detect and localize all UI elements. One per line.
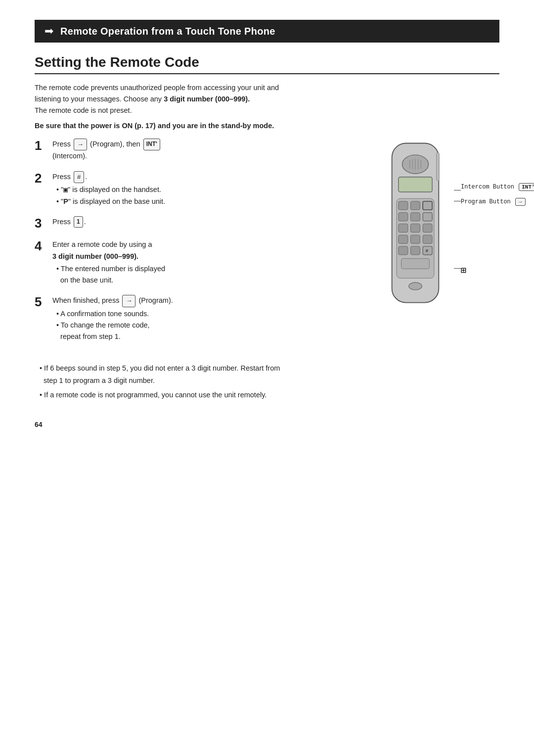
- svg-rect-9: [399, 201, 408, 210]
- intro-paragraph: The remote code prevents unauthorized pe…: [35, 82, 499, 117]
- key-1-step3: 1: [74, 216, 83, 228]
- svg-rect-12: [399, 212, 408, 221]
- step-2-number: 2: [35, 171, 52, 186]
- step-2-content: Press #. "▣" is displayed on the handset…: [52, 171, 351, 207]
- svg-rect-10: [411, 201, 420, 210]
- handset-wrapper: # Intercom Button INT': [371, 139, 480, 318]
- int-button-step1: INT': [143, 139, 160, 150]
- notes-list: If 6 beeps sound in step 5, you did not …: [35, 362, 499, 401]
- step-4-bullets: The entered number is displayed on the b…: [52, 263, 351, 286]
- svg-rect-19: [411, 235, 420, 243]
- intro-line3: The remote code is not preset.: [35, 106, 132, 114]
- step-5-content: When finished, press → (Program). A conf…: [52, 295, 351, 342]
- intercom-key: INT': [519, 183, 534, 191]
- step-1-number: 1: [35, 139, 52, 153]
- header-banner: ➡ Remote Operation from a Touch Tone Pho…: [35, 20, 499, 43]
- step-4-content: Enter a remote code by using a 3 digit n…: [52, 239, 351, 286]
- svg-rect-16: [411, 224, 420, 232]
- intro-line2: listening to your messages. Choose any: [35, 95, 164, 103]
- intercom-label: Intercom Button INT': [461, 183, 534, 191]
- step-3-content: Press 1.: [52, 216, 351, 228]
- step-5-bullet-1: A confirmation tone sounds.: [56, 308, 351, 320]
- step-2-bullets: "▣" is displayed on the handset. "P" is …: [52, 184, 351, 207]
- handset-diagram: #: [371, 139, 460, 317]
- svg-rect-13: [411, 212, 420, 221]
- program-label: Program Button →: [461, 198, 527, 206]
- svg-rect-28: [423, 201, 432, 210]
- warning-text: Be sure that the power is ON (p. 17) and…: [35, 122, 499, 130]
- step-5-bullet-2: To change the remote code, repeat from s…: [56, 320, 351, 342]
- step-3: 3 Press 1.: [35, 216, 351, 231]
- header-arrow-icon: ➡: [44, 25, 53, 38]
- program-key: →: [515, 198, 526, 206]
- step-4-number: 4: [35, 239, 52, 253]
- diagram-column: # Intercom Button INT': [361, 139, 499, 352]
- intro-bold1: 3 digit number (000–999).: [164, 95, 250, 103]
- svg-rect-22: [411, 246, 420, 254]
- svg-rect-25: [401, 258, 430, 269]
- step-2-bullet-2: "P" is displayed on the base unit.: [56, 196, 351, 207]
- step-1: 1 Press → (Program), then INT' (Intercom…: [35, 139, 351, 162]
- intro-line1: The remote code prevents unauthorized pe…: [35, 84, 279, 92]
- program-button-step1: →: [74, 139, 87, 151]
- steps-column: 1 Press → (Program), then INT' (Intercom…: [35, 139, 361, 352]
- svg-point-26: [409, 282, 422, 289]
- svg-rect-20: [423, 235, 432, 243]
- step-1-content: Press → (Program), then INT' (Intercom).: [52, 139, 351, 162]
- step-2: 2 Press #. "▣" is displayed on the hands…: [35, 171, 351, 207]
- hash-button-step2: #: [74, 171, 84, 184]
- step-5-number: 5: [35, 295, 52, 309]
- page-title: Setting the Remote Code: [35, 54, 499, 74]
- step-2-bullet-1: "▣" is displayed on the handset.: [56, 184, 351, 195]
- note-1: If 6 beeps sound in step 5, you did not …: [40, 362, 499, 386]
- svg-rect-29: [423, 212, 432, 221]
- svg-rect-21: [399, 246, 408, 254]
- step-4: 4 Enter a remote code by using a 3 digit…: [35, 239, 351, 286]
- svg-rect-7: [399, 177, 432, 191]
- main-content: 1 Press → (Program), then INT' (Intercom…: [35, 139, 499, 352]
- svg-rect-15: [399, 224, 408, 232]
- svg-rect-27: [437, 152, 440, 181]
- svg-text:#: #: [426, 248, 429, 253]
- notes-section: If 6 beeps sound in step 5, you did not …: [35, 362, 499, 401]
- step-4-bold: 3 digit number (000–999).: [52, 252, 138, 260]
- step-5: 5 When finished, press → (Program). A co…: [35, 295, 351, 342]
- header-title: Remote Operation from a Touch Tone Phone: [60, 26, 275, 37]
- svg-rect-18: [399, 235, 408, 243]
- page-number: 64: [35, 421, 499, 428]
- note-2: If a remote code is not programmed, you …: [40, 389, 499, 401]
- hash-label: ⊞: [461, 265, 466, 276]
- step-5-bullets: A confirmation tone sounds. To change th…: [52, 308, 351, 343]
- svg-rect-17: [423, 224, 432, 232]
- step-3-number: 3: [35, 216, 52, 231]
- program-button-step5: →: [122, 295, 135, 307]
- step-4-bullet-1: The entered number is displayed on the b…: [56, 263, 351, 286]
